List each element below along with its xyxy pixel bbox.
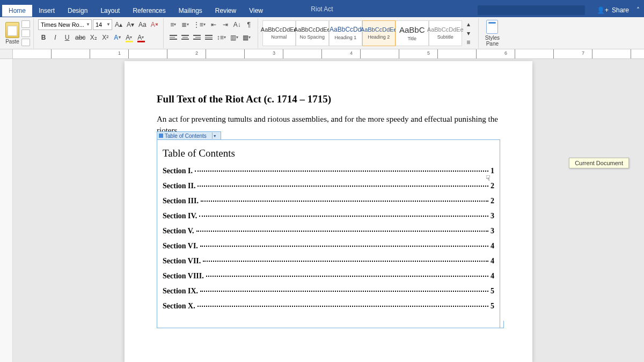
indent-right-button[interactable]: ⇥ [220,19,231,30]
style-normal[interactable]: AaBbCcDdEeNormal [262,20,296,46]
toc-entry-page: 4 [491,257,494,265]
multilevel-button[interactable]: ⋮≡▾ [192,19,207,30]
horizontal-ruler[interactable]: 1 2 3 4 5 6 7 [0,49,644,59]
style-heading1[interactable]: AaBbCcDdHeading 1 [329,20,362,46]
styles-pane-icon [486,20,498,34]
font-name-select[interactable]: Times New Ro...▼ [38,19,92,30]
align-right-button[interactable] [192,32,202,43]
toc-entry[interactable]: Section V.3 [163,227,494,235]
ribbon: Paste Times New Ro...▼ 14▼ A▴ A▾ Aa A✖ B… [0,17,644,49]
toc-entry[interactable]: Section VIII.4 [163,272,494,280]
subscript-button[interactable]: X₂ [88,32,99,43]
titlebar [0,0,644,4]
toc-leader-dots [203,261,488,262]
toc-entry-page: 5 [491,287,494,295]
search-input[interactable] [478,5,585,15]
toc-entry[interactable]: Section IV.3 [163,212,494,220]
tab-insert[interactable]: Insert [32,5,61,17]
style-title[interactable]: AaBbCTitle [396,20,429,46]
toc-leader-dots [196,231,488,232]
toc-entry-label: Section VI. [163,242,198,250]
styles-expand[interactable]: ≡ [463,39,474,46]
bold-button[interactable]: B [38,32,49,43]
justify-button[interactable] [203,32,214,43]
numbering-button[interactable]: ≣▾ [180,19,191,30]
highlight-button[interactable]: A▾ [123,32,134,43]
style-subtitle[interactable]: AaBbCcDdEeSubtitle [429,20,462,46]
toc-leader-dots [199,216,488,217]
borders-button[interactable]: ▦▾ [241,32,252,43]
tab-references[interactable]: References [126,5,172,17]
clear-format-button[interactable]: A✖ [149,19,160,30]
font-color-button[interactable]: A▾ [135,32,146,43]
styles-scroll-up[interactable]: ▴ [463,20,474,28]
tab-view[interactable]: View [243,5,269,17]
toc-entry-page: 2 [491,182,494,190]
align-center-button[interactable] [180,32,191,43]
toc-field-tab[interactable]: Table of Contents ▼ [157,131,221,140]
paste-button[interactable]: Paste [5,22,19,45]
toc-entry[interactable]: Section VII.4 [163,257,494,265]
toc-leader-dots [201,201,488,202]
page[interactable]: Full Text of the Riot Act (c. 1714 – 171… [125,61,532,362]
toc-entry[interactable]: Section X.5 [163,302,494,311]
toc-entry-page: 4 [491,242,494,250]
toc-entry-page: 1 [491,167,494,175]
styles-pane-button[interactable]: Styles Pane [483,20,502,47]
change-case-button[interactable]: Aa [137,19,148,30]
document-canvas[interactable]: Full Text of the Riot Act (c. 1714 – 171… [13,59,644,362]
toc-entry[interactable]: Section I.1 [163,167,494,175]
grow-font-button[interactable]: A▴ [113,19,124,30]
toc-entry[interactable]: Section III.2 [163,197,494,205]
toc-heading[interactable]: Table of Contents [163,147,494,159]
share-icon: 👤+ [597,6,609,14]
font-size-select[interactable]: 14▼ [93,19,112,30]
toc-leader-dots [200,291,488,292]
style-heading2[interactable]: AaBbCcDdEeHeading 2 [362,20,396,46]
cut-icon[interactable] [21,20,30,28]
sort-button[interactable]: A↓ [232,19,243,30]
style-no-spacing[interactable]: AaBbCcDdEeNo Spacing [296,20,329,46]
indent-left-button[interactable]: ⇤ [208,19,219,30]
bullets-button[interactable]: ≡▾ [168,19,179,30]
toc-entry-label: Section VIII. [163,272,204,280]
toc-entry-label: Section X. [163,302,195,311]
tooltip: Current Document [569,158,629,168]
chevron-up-icon[interactable]: ˄ [636,6,640,14]
toc-entry[interactable]: Section II.2 [163,182,494,190]
document-title[interactable]: Full Text of the Riot Act (c. 1714 – 171… [157,93,500,105]
chevron-down-icon[interactable]: ▼ [212,132,217,139]
vertical-ruler[interactable] [0,59,13,362]
tab-mailings[interactable]: Mailings [172,5,209,17]
underline-button[interactable]: U [62,32,72,43]
superscript-button[interactable]: X² [100,32,111,43]
copy-icon[interactable] [21,29,30,37]
text-effects-button[interactable]: A▾ [112,32,122,43]
styles-group: AaBbCcDdEeNormal AaBbCcDdEeNo Spacing Aa… [259,18,479,48]
tab-layout[interactable]: Layout [94,5,126,17]
share-button[interactable]: 👤+ Share ˄ [597,6,640,14]
toc-entry[interactable]: Section IX.5 [163,287,494,295]
format-painter-icon[interactable] [21,39,30,46]
strike-button[interactable]: abc [74,32,87,43]
styles-pane-group: Styles Pane [480,18,505,48]
font-group: Times New Ro...▼ 14▼ A▴ A▾ Aa A✖ B I U a… [35,18,164,48]
align-left-button[interactable] [168,32,179,43]
toc-resize-handle[interactable] [500,321,504,328]
toc-entry-page: 4 [491,272,494,280]
paragraph-group: ≡▾ ≣▾ ⋮≡▾ ⇤ ⇥ A↓ ¶ ↕≡▾ ▥▾ ▦▾ [165,18,258,48]
toc-entry-label: Section V. [163,227,194,235]
shrink-font-button[interactable]: A▾ [125,19,136,30]
italic-button[interactable]: I [50,32,61,43]
toc-field[interactable]: Table of Contents ▼ Table of Contents Se… [157,139,500,328]
toc-entry-page: 2 [491,197,494,205]
shading-button[interactable]: ▥▾ [229,32,240,43]
styles-scroll-down[interactable]: ▾ [463,29,474,37]
tab-home[interactable]: Home [2,5,32,17]
show-marks-button[interactable]: ¶ [244,19,254,30]
line-spacing-button[interactable]: ↕≡▾ [215,32,228,43]
toc-entry-label: Section IX. [163,287,198,295]
toc-entry[interactable]: Section VI.4 [163,242,494,250]
tab-design[interactable]: Design [61,5,94,17]
tab-review[interactable]: Review [209,5,243,17]
